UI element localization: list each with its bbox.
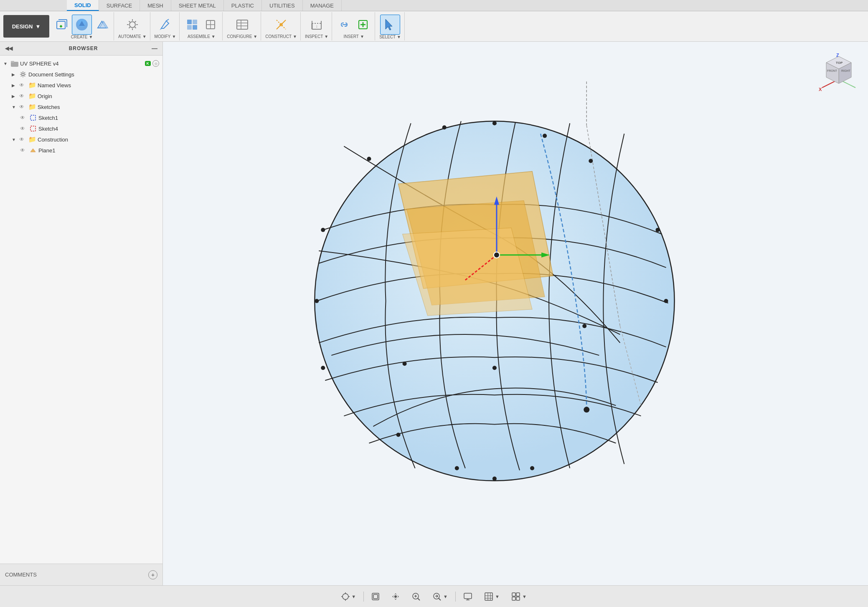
modify-icon[interactable] (157, 17, 173, 32)
3d-viewport-svg (163, 42, 868, 585)
tab-utilities[interactable]: UTILITIES (262, 0, 303, 11)
tree-sketch1-label: Sketch1 (38, 115, 159, 121)
configure-label[interactable]: CONFIGURE ▼ (227, 34, 257, 40)
tree-named-views-arrow[interactable]: ▶ (12, 83, 18, 88)
tree-construction-folder-icon: 📁 (28, 136, 36, 143)
select-label[interactable]: SELECT ▼ (379, 35, 401, 41)
badge-settings[interactable]: ◎ (152, 60, 159, 67)
tree-named-views[interactable]: ▶ 👁 📁 Named Views (0, 80, 162, 91)
inspect-label[interactable]: INSPECT ▼ (305, 34, 328, 40)
tab-manage[interactable]: MANAGE (303, 0, 342, 11)
viewport[interactable]: Z X TOP RIGHT FRONT (163, 42, 868, 585)
svg-line-16 (166, 19, 169, 21)
configure-table-icon[interactable] (234, 17, 251, 32)
tree-origin[interactable]: ▶ 👁 📁 Origin (0, 91, 162, 101)
zoom-window-tool[interactable]: ▼ (428, 589, 452, 604)
panels-tool[interactable]: ▼ (507, 589, 531, 604)
inspect-measure-icon[interactable]: ↕ (308, 17, 325, 32)
svg-point-65 (492, 477, 497, 481)
tree-doc-settings-label: Document Settings (28, 71, 159, 78)
tree-plane1-eye-icon[interactable]: 👁 (20, 147, 28, 153)
tree-construction-label: Construction (38, 137, 159, 143)
modify-icons (157, 12, 173, 34)
tree-origin-eye-icon[interactable]: 👁 (19, 93, 27, 99)
tree-named-views-eye-icon[interactable]: 👁 (19, 82, 27, 88)
svg-point-41 (22, 73, 24, 76)
svg-line-97 (418, 598, 420, 600)
svg-point-66 (530, 466, 534, 470)
tree-plane1[interactable]: 👁 Plane1 (0, 145, 162, 156)
tab-sheet-metal[interactable]: SHEET METAL (171, 0, 224, 11)
tab-mesh[interactable]: MESH (140, 0, 171, 11)
svg-rect-17 (187, 20, 192, 24)
grid-tool[interactable]: ▼ (480, 589, 504, 604)
insert-link-icon[interactable] (336, 17, 353, 32)
svg-rect-18 (193, 20, 197, 24)
tree-plane1-label: Plane1 (38, 147, 159, 154)
svg-rect-102 (464, 593, 472, 599)
add-comment-icon[interactable]: + (148, 570, 157, 579)
browser-header: ◀◀ BROWSER — (0, 42, 162, 56)
insert-label[interactable]: INSERT ▼ (343, 34, 364, 40)
tab-bar: SOLID SURFACE MESH SHEET METAL PLASTIC U… (0, 0, 868, 11)
automate-label[interactable]: AUTOMATE ▼ (118, 34, 147, 40)
inspect-icons: ↕ (308, 12, 325, 34)
tree-root[interactable]: ▼ UV SPHERE v4 K ◎ (0, 58, 162, 69)
svg-point-88 (343, 594, 348, 599)
construct-icon[interactable] (273, 17, 289, 32)
tab-surface[interactable]: SURFACE (99, 0, 140, 11)
browser-title: BROWSER (69, 46, 98, 51)
tree-root-arrow[interactable]: ▼ (3, 61, 9, 66)
view-cube-gizmo[interactable]: Z X TOP RIGHT FRONT (818, 50, 860, 92)
assemble-icon-1[interactable] (184, 17, 201, 32)
tree-construction[interactable]: ▼ 👁 📁 Construction (0, 134, 162, 145)
browser-tree: ▼ UV SPHERE v4 K ◎ ▶ Document Settings ▶… (0, 56, 162, 564)
construct-label[interactable]: CONSTRUCT ▼ (265, 34, 297, 40)
tree-sketches[interactable]: ▼ 👁 📁 Sketches (0, 101, 162, 112)
design-arrow: ▼ (35, 23, 41, 30)
assemble-icon-2[interactable] (202, 17, 219, 32)
assemble-label[interactable]: ASSEMBLE ▼ (188, 34, 216, 40)
tree-sketch4[interactable]: 👁 Sketch4 (0, 123, 162, 134)
create-solid-icon[interactable] (72, 15, 92, 35)
pan-tool[interactable] (387, 590, 404, 603)
tools-bar: DESIGN ▼ CREATE ▼ (0, 11, 868, 41)
create-label[interactable]: CREATE ▼ (71, 35, 93, 41)
design-button[interactable]: DESIGN ▼ (3, 15, 49, 38)
insert-add-icon[interactable] (355, 17, 371, 32)
zoom-fit-tool[interactable] (407, 589, 425, 604)
tree-sketches-eye-icon[interactable]: 👁 (19, 104, 27, 110)
capture-tool[interactable] (367, 590, 384, 603)
tree-root-icon (11, 60, 18, 67)
tree-sketches-arrow[interactable]: ▼ (12, 105, 18, 109)
svg-point-71 (543, 134, 547, 138)
display-tool[interactable] (459, 589, 477, 604)
create-sheet-icon[interactable] (94, 17, 110, 32)
tree-sketch4-eye-icon[interactable]: 👁 (20, 126, 28, 132)
tab-solid[interactable]: SOLID (67, 0, 99, 11)
tree-sketch1-eye-icon[interactable]: 👁 (20, 115, 28, 121)
configure-group: CONFIGURE ▼ (223, 12, 261, 40)
new-component-icon[interactable] (53, 17, 70, 32)
tree-sketches-folder-icon: 📁 (28, 103, 36, 111)
svg-point-7 (129, 22, 135, 28)
tree-origin-arrow[interactable]: ▶ (12, 94, 18, 99)
tree-doc-settings-arrow[interactable]: ▶ (12, 72, 18, 77)
svg-point-76 (582, 324, 586, 328)
snap-tool[interactable]: ▼ (337, 590, 360, 603)
browser-minimize-icon[interactable]: — (152, 45, 157, 52)
browser-collapse-icon[interactable]: ◀◀ (5, 46, 13, 51)
divider-1 (363, 592, 364, 602)
modify-label[interactable]: MODIFY ▼ (155, 34, 176, 40)
sidebar-bottom[interactable]: COMMENTS + (0, 564, 162, 585)
tree-doc-settings[interactable]: ▶ Document Settings (0, 69, 162, 80)
bottom-toolbar: ▼ ▼ ▼ ▼ (0, 585, 868, 607)
select-cursor-icon[interactable] (380, 15, 400, 35)
tree-sketch1[interactable]: 👁 Sketch1 (0, 112, 162, 123)
automate-icon[interactable] (124, 17, 141, 32)
tree-construction-arrow[interactable]: ▼ (12, 137, 18, 142)
tab-plastic[interactable]: PLASTIC (224, 0, 262, 11)
tree-construction-eye-icon[interactable]: 👁 (19, 137, 27, 142)
svg-point-75 (492, 366, 497, 370)
svg-line-14 (135, 21, 136, 22)
